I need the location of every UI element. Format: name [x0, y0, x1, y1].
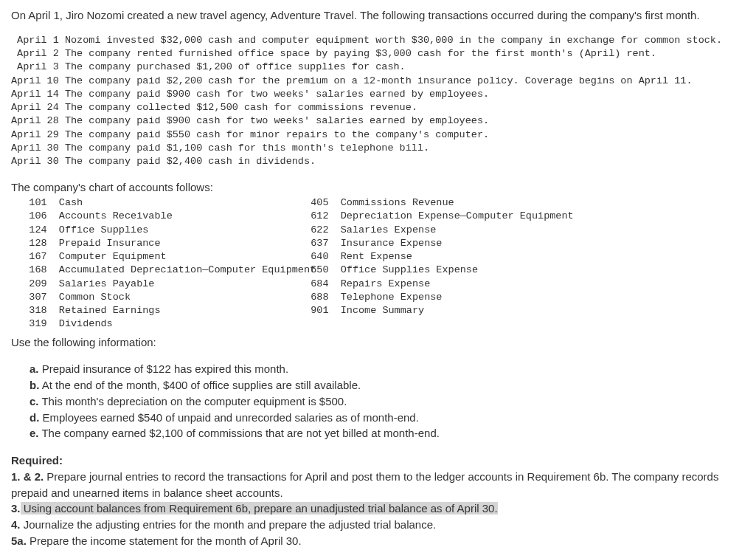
item-a-label: a. — [30, 362, 39, 375]
req-5a: Prepare the income statement for the mon… — [27, 534, 302, 547]
req-4: Journalize the adjusting entries for the… — [21, 518, 437, 531]
req-3: Using account balances from Requirement … — [21, 502, 498, 515]
req-1-2-label: 1. & 2. — [11, 470, 44, 483]
req-5a-label: 5a. — [11, 534, 27, 547]
intro-text: On April 1, Jiro Nozomi created a new tr… — [11, 7, 745, 23]
item-d-label: d. — [30, 411, 39, 424]
chart-of-accounts: 101 Cash 106 Accounts Receivable 124 Off… — [11, 196, 745, 331]
required-heading: Required: — [11, 454, 63, 467]
coa-right-column: 405 Commissions Revenue 612 Depreciation… — [299, 196, 574, 331]
required-section: Required: 1. & 2. Prepare journal entrie… — [11, 453, 745, 547]
req-4-label: 4. — [11, 518, 21, 531]
item-e: The company earned $2,100 of commissions… — [39, 427, 440, 439]
item-b: At the end of the month, $400 of office … — [39, 379, 361, 391]
req-1-2: Prepare journal entries to record the tr… — [11, 470, 718, 499]
use-info-text: Use the following information: — [11, 334, 745, 350]
adjusting-info: a. Prepaid insurance of $122 has expired… — [30, 361, 745, 441]
coa-heading: The company's chart of accounts follows: — [11, 179, 745, 195]
item-b-label: b. — [30, 379, 39, 391]
item-e-label: e. — [30, 427, 39, 439]
item-c-label: c. — [30, 395, 39, 407]
item-c: This month's depreciation on the compute… — [39, 395, 347, 407]
item-d: Employees earned $540 of unpaid and unre… — [39, 411, 419, 424]
coa-left-column: 101 Cash 106 Accounts Receivable 124 Off… — [11, 196, 299, 331]
transactions-list: April 1 Nozomi invested $32,000 cash and… — [11, 34, 745, 168]
req-3-label: 3. — [11, 502, 21, 515]
item-a: Prepaid insurance of $122 has expired th… — [39, 362, 289, 375]
